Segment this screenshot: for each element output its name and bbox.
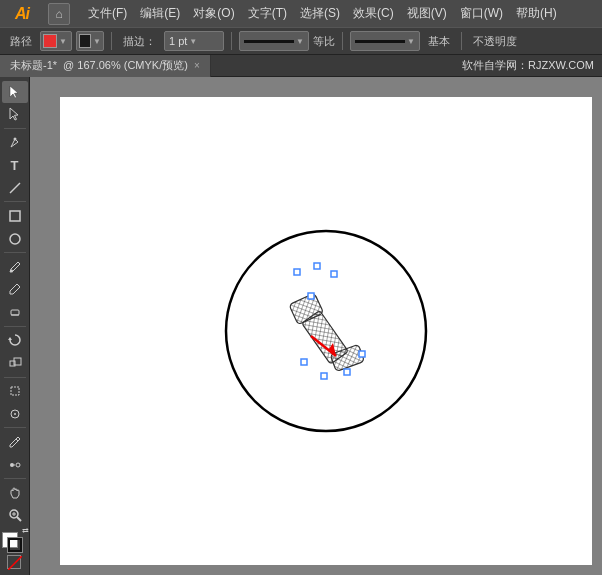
stroke-size-value: 1 pt <box>169 35 187 47</box>
tool-separator-7 <box>4 478 26 479</box>
tab-bar: 未标题-1* @ 167.06% (CMYK/预览) × 软件自学网：RJZXW… <box>0 55 602 77</box>
toolbar-separator-2 <box>231 32 232 50</box>
symbol-tool[interactable] <box>2 403 28 425</box>
equal-label: 等比 <box>313 34 335 49</box>
eyedropper-tool[interactable] <box>2 431 28 453</box>
hand-tool[interactable] <box>2 482 28 504</box>
free-transform-tool[interactable] <box>2 380 28 402</box>
canvas-document <box>60 97 592 565</box>
scale-tool[interactable] <box>2 352 28 374</box>
swap-colors-icon[interactable]: ⇄ <box>22 526 29 535</box>
menu-file[interactable]: 文件(F) <box>82 3 133 24</box>
rotate-tool[interactable] <box>2 330 28 352</box>
direct-selection-tool[interactable] <box>2 104 28 126</box>
svg-rect-33 <box>344 369 350 375</box>
toolbar-separator-4 <box>461 32 462 50</box>
left-toolbar: T <box>0 77 30 575</box>
eraser-tool[interactable] <box>2 301 28 323</box>
type-tool[interactable]: T <box>2 154 28 176</box>
menu-effect[interactable]: 效果(C) <box>347 3 400 24</box>
svg-line-20 <box>17 517 21 521</box>
menu-object[interactable]: 对象(O) <box>187 3 240 24</box>
svg-line-3 <box>10 183 20 193</box>
shape-tool[interactable] <box>2 205 28 227</box>
svg-rect-34 <box>321 373 327 379</box>
svg-marker-0 <box>10 86 18 98</box>
tool-separator-1 <box>4 128 26 129</box>
toolbar-separator-1 <box>111 32 112 50</box>
tool-separator-6 <box>4 427 26 428</box>
options-toolbar: 路径 ▼ ▼ 描边： 1 pt ▼ ▼ 等比 ▼ 基本 不透明度 <box>0 27 602 55</box>
svg-point-2 <box>13 137 16 140</box>
artwork-container <box>216 221 436 441</box>
toolbar-separator-3 <box>342 32 343 50</box>
home-button[interactable]: ⌂ <box>48 3 70 25</box>
blend-tool[interactable] <box>2 454 28 476</box>
svg-rect-7 <box>11 310 19 315</box>
ellipse-tool[interactable] <box>2 228 28 250</box>
svg-line-15 <box>16 439 18 441</box>
menu-window[interactable]: 窗口(W) <box>454 3 509 24</box>
tool-separator-5 <box>4 377 26 378</box>
menu-edit[interactable]: 编辑(E) <box>134 3 186 24</box>
menu-help[interactable]: 帮助(H) <box>510 3 563 24</box>
svg-rect-32 <box>359 351 365 357</box>
selection-tool[interactable] <box>2 81 28 103</box>
stroke-swatch[interactable] <box>8 538 22 552</box>
color-swatches[interactable]: ⇄ <box>2 528 28 551</box>
stroke-color-control[interactable]: ▼ <box>40 31 72 51</box>
line-tool[interactable] <box>2 177 28 199</box>
document-tab[interactable]: 未标题-1* @ 167.06% (CMYK/预览) × <box>0 55 211 77</box>
menu-type[interactable]: 文字(T) <box>242 3 293 24</box>
tab-right-info: 软件自学网：RJZXW.COM <box>462 58 602 73</box>
pen-tool[interactable] <box>2 132 28 154</box>
paintbrush-tool[interactable] <box>2 256 28 278</box>
svg-point-17 <box>16 463 20 467</box>
menu-view[interactable]: 视图(V) <box>401 3 453 24</box>
svg-line-23 <box>8 556 22 570</box>
svg-marker-1 <box>10 108 18 120</box>
stroke-width-control[interactable]: 1 pt ▼ <box>164 31 224 51</box>
menu-select[interactable]: 选择(S) <box>294 3 346 24</box>
main-area: T <box>0 77 602 575</box>
title-bar: Ai ⌂ 文件(F) 编辑(E) 对象(O) 文字(T) 选择(S) 效果(C)… <box>0 0 602 27</box>
svg-point-6 <box>10 269 13 272</box>
svg-rect-12 <box>11 387 19 395</box>
stroke-line-control[interactable]: ▼ <box>239 31 309 51</box>
tab-title: 未标题-1* <box>10 58 57 73</box>
svg-rect-31 <box>331 271 337 277</box>
artwork-svg <box>216 221 436 441</box>
tab-close-button[interactable]: × <box>194 60 200 71</box>
pencil-tool[interactable] <box>2 279 28 301</box>
ai-logo: Ai <box>8 0 36 27</box>
svg-rect-30 <box>314 263 320 269</box>
tool-separator-4 <box>4 326 26 327</box>
tab-zoom: @ 167.06% (CMYK/预览) <box>63 58 188 73</box>
zoom-tool[interactable] <box>2 505 28 527</box>
canvas-area <box>30 77 602 575</box>
svg-rect-35 <box>301 359 307 365</box>
stroke-style-control[interactable]: ▼ <box>350 31 420 51</box>
opacity-label: 不透明度 <box>469 34 521 49</box>
svg-point-5 <box>10 234 20 244</box>
svg-point-14 <box>14 413 16 415</box>
svg-rect-36 <box>308 293 314 299</box>
svg-rect-4 <box>10 211 20 221</box>
basic-label: 基本 <box>424 34 454 49</box>
svg-point-16 <box>10 463 14 467</box>
tool-separator-2 <box>4 201 26 202</box>
path-label: 路径 <box>6 34 36 49</box>
menu-bar: 文件(F) 编辑(E) 对象(O) 文字(T) 选择(S) 效果(C) 视图(V… <box>82 3 594 24</box>
none-color-indicator[interactable] <box>7 555 23 569</box>
fill-color-control[interactable]: ▼ <box>76 31 104 51</box>
svg-marker-9 <box>8 337 12 340</box>
svg-rect-29 <box>294 269 300 275</box>
tool-separator-3 <box>4 252 26 253</box>
stroke-label: 描边： <box>119 34 160 49</box>
